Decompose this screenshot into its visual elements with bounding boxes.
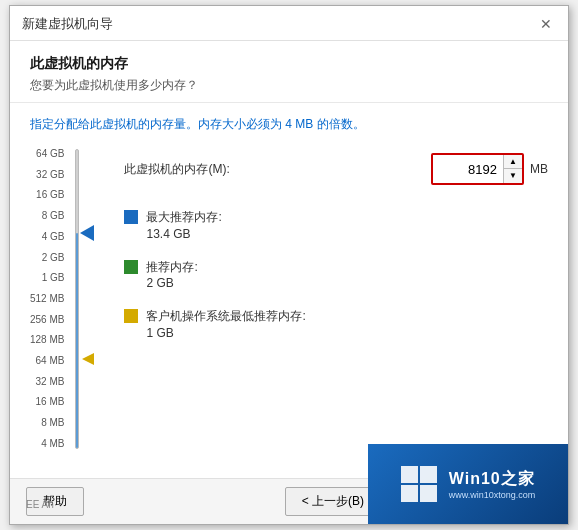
win-title: Win10之家 — [449, 469, 536, 490]
win-pane-tr — [420, 466, 437, 483]
description-text: 指定分配给此虚拟机的内存量。内存大小必须为 4 MB 的倍数。 — [30, 115, 548, 133]
info-item-recommended: 推荐内存: 2 GB — [124, 259, 548, 293]
spin-down-button[interactable]: ▼ — [504, 169, 522, 183]
recommended-memory-value: 2 GB — [146, 275, 197, 292]
slider-track[interactable] — [75, 149, 79, 449]
label-64mb: 64 MB — [36, 356, 65, 366]
label-16gb: 16 GB — [36, 190, 64, 200]
label-16mb: 16 MB — [36, 397, 65, 407]
spin-up-button[interactable]: ▲ — [504, 155, 522, 169]
label-32mb: 32 MB — [36, 377, 65, 387]
memory-input[interactable] — [433, 158, 503, 181]
spinner-buttons: ▲ ▼ — [503, 155, 522, 183]
memory-label: 此虚拟机的内存(M): — [124, 161, 229, 178]
content-area: 指定分配给此虚拟机的内存量。内存大小必须为 4 MB 的倍数。 64 GB 32… — [10, 103, 568, 478]
info-item-minimum: 客户机操作系统最低推荐内存: 1 GB — [124, 308, 548, 342]
recommended-memory-icon — [124, 260, 138, 274]
minimum-memory-label: 客户机操作系统最低推荐内存: — [146, 308, 305, 325]
slider-thumb-blue[interactable] — [80, 225, 94, 241]
max-memory-text: 最大推荐内存: 13.4 GB — [146, 209, 221, 243]
label-128mb: 128 MB — [30, 335, 64, 345]
slider-thumb-yellow[interactable] — [80, 353, 94, 365]
main-content-row: 64 GB 32 GB 16 GB 8 GB 4 GB 2 GB 1 GB 51… — [30, 149, 548, 449]
close-button[interactable]: ✕ — [536, 14, 556, 34]
footer: 帮助 < 上一步(B) 下一步(N) > 取消 Win10之家 www.win1… — [10, 478, 568, 524]
windows-logo — [401, 466, 437, 502]
unit-label: MB — [530, 162, 548, 176]
max-memory-value: 13.4 GB — [146, 226, 221, 243]
win-text: Win10之家 www.win10xtong.com — [449, 469, 536, 500]
slider-section: 64 GB 32 GB 16 GB 8 GB 4 GB 2 GB 1 GB 51… — [30, 149, 84, 449]
right-section: 此虚拟机的内存(M): ▲ ▼ MB 最大推 — [94, 149, 548, 342]
desc-highlight: 4 MB — [285, 117, 313, 131]
win-pane-bl — [401, 485, 418, 502]
minimum-memory-text: 客户机操作系统最低推荐内存: 1 GB — [146, 308, 305, 342]
win10-watermark: Win10之家 www.win10xtong.com — [368, 444, 568, 524]
page-title: 此虚拟机的内存 — [30, 55, 548, 73]
header-section: 此虚拟机的内存 您要为此虚拟机使用多少内存？ — [10, 41, 568, 103]
slider-track-area[interactable] — [70, 149, 84, 449]
label-8mb: 8 MB — [41, 418, 64, 428]
dialog-title: 新建虚拟机向导 — [22, 15, 113, 33]
recommended-memory-text: 推荐内存: 2 GB — [146, 259, 197, 293]
max-memory-label: 最大推荐内存: — [146, 209, 221, 226]
back-button[interactable]: < 上一步(B) — [285, 487, 381, 516]
minimum-memory-icon — [124, 309, 138, 323]
minimum-memory-value: 1 GB — [146, 325, 305, 342]
page-subtitle: 您要为此虚拟机使用多少内存？ — [30, 77, 548, 94]
desc-after: 的倍数。 — [313, 117, 364, 131]
label-2gb: 2 GB — [42, 253, 65, 263]
win-subtitle: www.win10xtong.com — [449, 490, 536, 500]
label-512mb: 512 MB — [30, 294, 64, 304]
label-32gb: 32 GB — [36, 170, 64, 180]
max-memory-icon — [124, 210, 138, 224]
info-items: 最大推荐内存: 13.4 GB 推荐内存: 2 GB — [124, 209, 548, 342]
label-256mb: 256 MB — [30, 315, 64, 325]
recommended-memory-label: 推荐内存: — [146, 259, 197, 276]
memory-input-row: 此虚拟机的内存(M): ▲ ▼ MB — [124, 153, 548, 185]
slider-labels: 64 GB 32 GB 16 GB 8 GB 4 GB 2 GB 1 GB 51… — [30, 149, 70, 449]
label-4mb: 4 MB — [41, 439, 64, 449]
status-text: EE Ah — [26, 499, 54, 510]
label-4gb: 4 GB — [42, 232, 65, 242]
label-8gb: 8 GB — [42, 211, 65, 221]
label-64gb: 64 GB — [36, 149, 64, 159]
desc-before: 指定分配给此虚拟机的内存量。内存大小必须为 — [30, 117, 285, 131]
info-item-max: 最大推荐内存: 13.4 GB — [124, 209, 548, 243]
win-pane-tl — [401, 466, 418, 483]
dialog-window: 新建虚拟机向导 ✕ 此虚拟机的内存 您要为此虚拟机使用多少内存？ 指定分配给此虚… — [9, 5, 569, 525]
title-bar: 新建虚拟机向导 ✕ — [10, 6, 568, 41]
label-1gb: 1 GB — [42, 273, 65, 283]
win-pane-br — [420, 485, 437, 502]
slider-fill — [76, 233, 78, 448]
memory-input-wrapper: ▲ ▼ — [431, 153, 524, 185]
